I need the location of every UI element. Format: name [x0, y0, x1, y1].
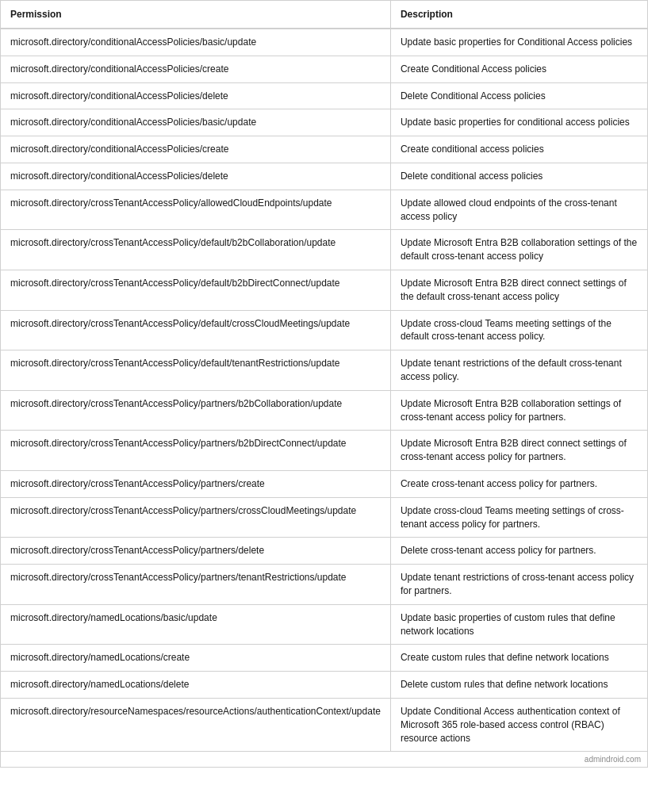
- description-cell: Update basic properties of custom rules …: [390, 604, 647, 645]
- permissions-table: Permission Description microsoft.directo…: [1, 1, 647, 751]
- permission-cell: microsoft.directory/crossTenantAccessPol…: [1, 390, 390, 431]
- table-row: microsoft.directory/crossTenantAccessPol…: [1, 565, 647, 605]
- table-row: microsoft.directory/crossTenantAccessPol…: [1, 230, 647, 270]
- description-cell: Update tenant restrictions of the defaul…: [390, 350, 647, 391]
- permission-cell: microsoft.directory/crossTenantAccessPol…: [1, 538, 390, 565]
- description-cell: Update allowed cloud endpoints of the cr…: [390, 190, 647, 230]
- description-cell: Update Microsoft Entra B2B collaboration…: [390, 230, 647, 270]
- description-column-header: Description: [390, 1, 647, 29]
- description-cell: Delete custom rules that define network …: [390, 672, 647, 699]
- table-row: microsoft.directory/crossTenantAccessPol…: [1, 350, 647, 391]
- description-cell: Create conditional access policies: [390, 136, 647, 163]
- table-row: microsoft.directory/conditionalAccessPol…: [1, 82, 647, 109]
- permission-cell: microsoft.directory/crossTenantAccessPol…: [1, 497, 390, 538]
- table-row: microsoft.directory/namedLocations/delet…: [1, 672, 647, 699]
- description-cell: Delete cross-tenant access policy for pa…: [390, 538, 647, 565]
- description-cell: Update Microsoft Entra B2B collaboration…: [390, 390, 647, 431]
- table-row: microsoft.directory/namedLocations/creat…: [1, 645, 647, 672]
- table-row: microsoft.directory/crossTenantAccessPol…: [1, 431, 647, 471]
- permission-cell: microsoft.directory/conditionalAccessPol…: [1, 109, 390, 136]
- permission-cell: microsoft.directory/crossTenantAccessPol…: [1, 350, 390, 391]
- description-cell: Create cross-tenant access policy for pa…: [390, 470, 647, 497]
- table-row: microsoft.directory/crossTenantAccessPol…: [1, 190, 647, 230]
- table-row: microsoft.directory/conditionalAccessPol…: [1, 109, 647, 136]
- permission-cell: microsoft.directory/namedLocations/basic…: [1, 604, 390, 645]
- permission-cell: microsoft.directory/crossTenantAccessPol…: [1, 230, 390, 270]
- description-cell: Delete Conditional Access policies: [390, 82, 647, 109]
- permission-cell: microsoft.directory/crossTenantAccessPol…: [1, 431, 390, 471]
- description-cell: Update Microsoft Entra B2B direct connec…: [390, 270, 647, 310]
- permission-cell: microsoft.directory/conditionalAccessPol…: [1, 29, 390, 56]
- description-cell: Update cross-cloud Teams meeting setting…: [390, 310, 647, 350]
- description-cell: Delete conditional access policies: [390, 163, 647, 190]
- description-cell: Update basic properties for Conditional …: [390, 29, 647, 56]
- table-row: microsoft.directory/crossTenantAccessPol…: [1, 390, 647, 431]
- permission-cell: microsoft.directory/namedLocations/creat…: [1, 645, 390, 672]
- table-header-row: Permission Description: [1, 1, 647, 29]
- permission-cell: microsoft.directory/crossTenantAccessPol…: [1, 565, 390, 605]
- description-cell: Update tenant restrictions of cross-tena…: [390, 565, 647, 605]
- permission-cell: microsoft.directory/conditionalAccessPol…: [1, 163, 390, 190]
- table-row: microsoft.directory/crossTenantAccessPol…: [1, 310, 647, 350]
- permission-cell: microsoft.directory/conditionalAccessPol…: [1, 56, 390, 82]
- table-row: microsoft.directory/crossTenantAccessPol…: [1, 538, 647, 565]
- description-cell: Update Conditional Access authentication…: [390, 698, 647, 751]
- description-cell: Create Conditional Access policies: [390, 56, 647, 82]
- table-row: microsoft.directory/resourceNamespaces/r…: [1, 698, 647, 751]
- watermark: admindroid.com: [1, 751, 647, 767]
- description-cell: Create custom rules that define network …: [390, 645, 647, 672]
- description-cell: Update basic properties for conditional …: [390, 109, 647, 136]
- permission-cell: microsoft.directory/conditionalAccessPol…: [1, 82, 390, 109]
- table-row: microsoft.directory/crossTenantAccessPol…: [1, 270, 647, 310]
- permission-cell: microsoft.directory/crossTenantAccessPol…: [1, 470, 390, 497]
- permission-cell: microsoft.directory/namedLocations/delet…: [1, 672, 390, 699]
- description-cell: Update cross-cloud Teams meeting setting…: [390, 497, 647, 538]
- table-row: microsoft.directory/conditionalAccessPol…: [1, 29, 647, 56]
- description-cell: Update Microsoft Entra B2B direct connec…: [390, 431, 647, 471]
- table-row: microsoft.directory/crossTenantAccessPol…: [1, 497, 647, 538]
- permission-cell: microsoft.directory/resourceNamespaces/r…: [1, 698, 390, 751]
- table-row: microsoft.directory/conditionalAccessPol…: [1, 163, 647, 190]
- permission-cell: microsoft.directory/crossTenantAccessPol…: [1, 270, 390, 310]
- table-row: microsoft.directory/conditionalAccessPol…: [1, 136, 647, 163]
- permission-cell: microsoft.directory/crossTenantAccessPol…: [1, 190, 390, 230]
- permission-column-header: Permission: [1, 1, 390, 29]
- table-row: microsoft.directory/conditionalAccessPol…: [1, 56, 647, 82]
- permission-cell: microsoft.directory/crossTenantAccessPol…: [1, 310, 390, 350]
- permission-cell: microsoft.directory/conditionalAccessPol…: [1, 136, 390, 163]
- table-row: microsoft.directory/namedLocations/basic…: [1, 604, 647, 645]
- table-row: microsoft.directory/crossTenantAccessPol…: [1, 470, 647, 497]
- permissions-table-container: Permission Description microsoft.directo…: [0, 0, 648, 768]
